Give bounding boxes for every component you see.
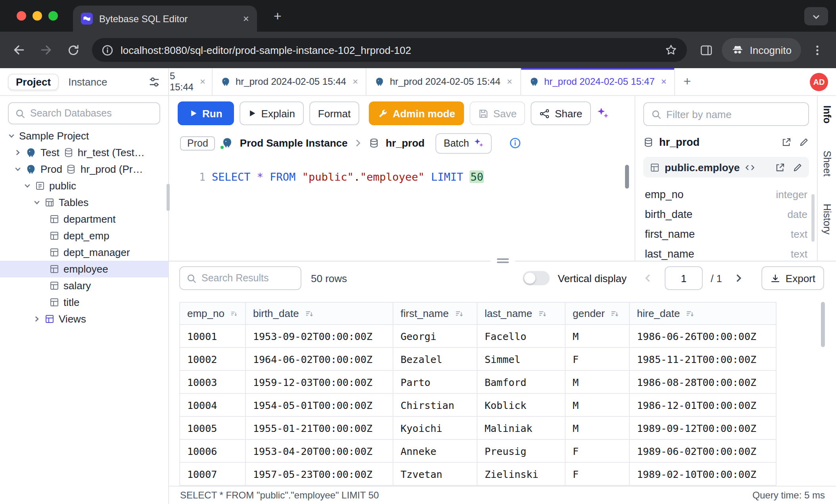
table-cell[interactable]: Maliniak <box>477 416 565 439</box>
batch-button[interactable]: Batch <box>436 133 492 153</box>
query-tab-2[interactable]: hr_prod 2024-02-05 15:44 × <box>213 68 367 95</box>
table-cell[interactable]: 1957-05-23T00:00:00Z <box>245 462 393 485</box>
next-page-button[interactable] <box>730 269 748 287</box>
site-info-icon[interactable] <box>102 44 113 56</box>
table-row[interactable]: 100061953-04-20T00:00:00ZAnnekePreusigF1… <box>180 439 776 462</box>
database-name[interactable]: hr_prod <box>385 137 424 149</box>
tree-item-table-title[interactable]: title <box>0 294 168 311</box>
admin-mode-button[interactable]: Admin mode <box>369 101 464 125</box>
external-link-icon[interactable] <box>775 162 785 172</box>
address-bar[interactable]: localhost:8080/sql-editor/prod-sample-in… <box>92 38 687 62</box>
panel-table-row[interactable]: public.employe <box>643 157 809 178</box>
column-row[interactable]: birth_datedate <box>643 204 809 224</box>
table-cell[interactable]: Tzvetan <box>393 462 477 485</box>
table-cell[interactable]: 1964-06-02T00:00:00Z <box>245 347 393 370</box>
chevron-right-icon[interactable] <box>33 315 40 323</box>
table-cell[interactable]: 10002 <box>180 347 245 370</box>
rail-tab-info[interactable]: Info <box>821 105 832 124</box>
avatar[interactable]: AD <box>810 73 828 91</box>
table-cell[interactable]: 10007 <box>180 462 245 485</box>
table-cell[interactable]: 1989-09-12T00:00:00Z <box>629 416 776 439</box>
tree-item-instance-test[interactable]: Test hr_test (Test… <box>0 144 168 161</box>
table-cell[interactable]: Preusig <box>477 439 565 462</box>
filter-settings-button[interactable] <box>148 76 160 88</box>
table-row[interactable]: 100041954-05-01T00:00:00ZChirstianKoblic… <box>180 393 776 416</box>
browser-menu-button[interactable] <box>806 39 828 61</box>
maximize-window-button[interactable] <box>48 11 58 21</box>
table-cell[interactable]: 1989-06-02T00:00:00Z <box>629 439 776 462</box>
table-cell[interactable]: Zielinski <box>477 462 565 485</box>
chevron-down-icon[interactable] <box>33 199 40 206</box>
table-cell[interactable]: Facello <box>477 325 565 347</box>
filter-by-name[interactable] <box>643 102 809 126</box>
table-cell[interactable]: 10006 <box>180 439 245 462</box>
tree-item-tables-group[interactable]: Tables <box>0 194 168 211</box>
tree-item-table-dept-emp[interactable]: dept_emp <box>0 227 168 244</box>
table-cell[interactable]: 1986-12-01T00:00:00Z <box>629 393 776 416</box>
browser-tab[interactable]: Bytebase SQL Editor × <box>73 6 257 32</box>
column-header[interactable]: hire_date <box>629 302 776 325</box>
results-scrollbar[interactable] <box>821 302 825 347</box>
close-icon[interactable]: × <box>200 76 205 87</box>
chevron-down-icon[interactable] <box>14 166 21 173</box>
reload-button[interactable] <box>62 39 84 61</box>
results-search-input[interactable] <box>201 273 294 284</box>
rail-tab-sheet[interactable]: Sheet <box>821 151 832 176</box>
table-row[interactable]: 100011953-09-02T00:00:00ZGeorgiFacelloM1… <box>180 325 776 347</box>
table-cell[interactable]: 1959-12-03T00:00:00Z <box>245 370 393 393</box>
bookmark-star-icon[interactable] <box>665 44 677 56</box>
close-icon[interactable]: × <box>507 76 512 87</box>
external-link-icon[interactable] <box>781 137 792 147</box>
table-cell[interactable]: 1953-09-02T00:00:00Z <box>245 325 393 347</box>
table-cell[interactable]: Kyoichi <box>393 416 477 439</box>
query-tab-3[interactable]: hr_prod 2024-02-05 15:44 × <box>367 68 521 95</box>
edit-pencil-icon[interactable] <box>792 162 803 172</box>
table-cell[interactable]: 10004 <box>180 393 245 416</box>
tree-item-table-employee-selected[interactable]: employee <box>0 261 168 277</box>
tree-item-table-department[interactable]: department <box>0 211 168 227</box>
table-cell[interactable]: Bamford <box>477 370 565 393</box>
column-header[interactable]: emp_no <box>180 302 245 325</box>
table-cell[interactable]: 10001 <box>180 325 245 347</box>
tree-item-table-salary[interactable]: salary <box>0 277 168 294</box>
database-search-input[interactable] <box>30 108 153 119</box>
code-icon[interactable] <box>744 162 755 172</box>
chevron-down-icon[interactable] <box>8 132 15 139</box>
explain-button[interactable]: Explain <box>240 101 304 125</box>
filter-by-name-input[interactable] <box>666 108 801 120</box>
table-cell[interactable]: Anneke <box>393 439 477 462</box>
close-window-button[interactable] <box>17 11 26 21</box>
table-cell[interactable]: M <box>565 416 629 439</box>
column-row[interactable]: first_nametext <box>643 224 809 244</box>
edit-pencil-icon[interactable] <box>799 137 809 147</box>
sparkles-icon[interactable] <box>596 107 609 120</box>
column-header[interactable]: first_name <box>393 302 477 325</box>
forward-button[interactable] <box>35 39 57 61</box>
table-cell[interactable]: Chirstian <box>393 393 477 416</box>
table-cell[interactable]: Georgi <box>393 325 477 347</box>
chevron-down-icon[interactable] <box>24 182 31 189</box>
tab-project[interactable]: Project <box>8 73 59 90</box>
table-cell[interactable]: M <box>565 370 629 393</box>
table-cell[interactable]: 1989-02-10T00:00:00Z <box>629 462 776 485</box>
info-icon[interactable] <box>510 137 522 149</box>
table-cell[interactable]: 1986-06-26T00:00:00Z <box>629 325 776 347</box>
column-header[interactable]: birth_date <box>245 302 393 325</box>
new-query-tab-button[interactable]: + <box>675 68 699 95</box>
table-row[interactable]: 100071957-05-23T00:00:00ZTzvetanZielinsk… <box>180 462 776 485</box>
back-button[interactable] <box>8 39 30 61</box>
column-header[interactable]: gender <box>565 302 629 325</box>
panel-resize-grip[interactable] <box>490 257 515 265</box>
share-button[interactable]: Share <box>531 101 591 125</box>
results-search[interactable] <box>179 266 301 290</box>
close-icon[interactable]: × <box>353 76 358 87</box>
tree-item-sample-project[interactable]: Sample Project <box>0 128 168 144</box>
column-row[interactable]: last_nametext <box>643 244 809 261</box>
prev-page-button[interactable] <box>639 269 657 287</box>
column-header[interactable]: last_name <box>477 302 565 325</box>
tree-item-schema-public[interactable]: public <box>0 178 168 194</box>
database-search[interactable] <box>8 102 160 124</box>
table-row[interactable]: 100051955-01-21T00:00:00ZKyoichiMaliniak… <box>180 416 776 439</box>
query-tab-4-active[interactable]: hr_prod 2024-02-05 15:47 × <box>521 68 675 95</box>
table-cell[interactable]: M <box>565 393 629 416</box>
